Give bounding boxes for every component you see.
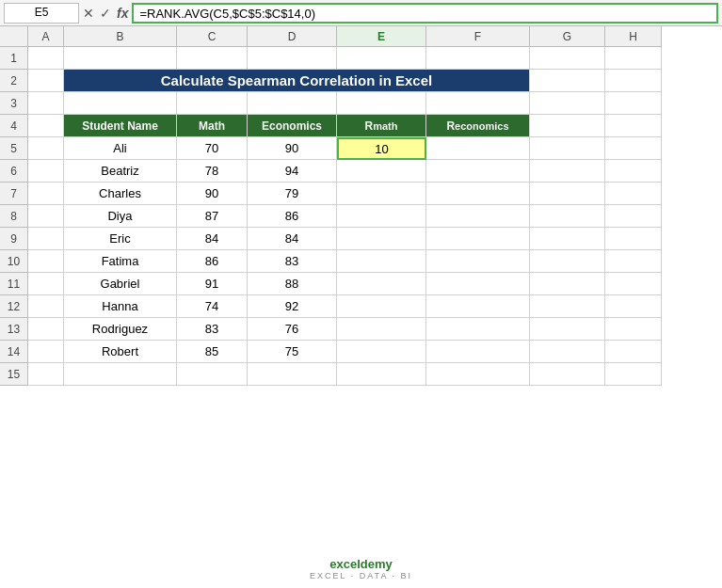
cell-a11[interactable]	[28, 273, 64, 295]
cell-d7[interactable]: 79	[248, 183, 337, 205]
cell-e13[interactable]	[337, 318, 426, 341]
cell-a13[interactable]	[28, 318, 64, 341]
cell-c11[interactable]: 91	[177, 273, 248, 295]
cell-f7[interactable]	[426, 183, 530, 205]
col-header-g[interactable]: G	[530, 26, 605, 47]
cell-h7[interactable]	[605, 183, 662, 205]
confirm-icon[interactable]: ✓	[100, 6, 111, 21]
cell-e7[interactable]	[337, 183, 426, 205]
cell-d13[interactable]: 76	[248, 318, 337, 341]
cell-g5[interactable]	[530, 137, 605, 160]
cell-g1[interactable]	[530, 47, 605, 70]
col-header-a[interactable]: A	[28, 26, 64, 47]
cell-b3[interactable]	[64, 92, 177, 115]
cell-e5[interactable]: 10	[337, 137, 426, 160]
cell-h6[interactable]	[605, 160, 662, 183]
cell-b7[interactable]: Charles	[64, 183, 177, 205]
cell-g3[interactable]	[530, 92, 605, 115]
cell-f5[interactable]	[426, 137, 530, 160]
cell-b15[interactable]	[64, 363, 177, 386]
cell-e8[interactable]	[337, 205, 426, 228]
cell-reference-box[interactable]: E5	[4, 3, 79, 24]
cell-h5[interactable]	[605, 137, 662, 160]
cell-d9[interactable]: 84	[248, 228, 337, 250]
cell-c6[interactable]: 78	[177, 160, 248, 183]
cell-d12[interactable]: 92	[248, 295, 337, 318]
cell-b13[interactable]: Rodriguez	[64, 318, 177, 341]
cell-e10[interactable]	[337, 250, 426, 273]
cell-c13[interactable]: 83	[177, 318, 248, 341]
cell-c5[interactable]: 70	[177, 137, 248, 160]
cell-d5[interactable]: 90	[248, 137, 337, 160]
cell-c9[interactable]: 84	[177, 228, 248, 250]
cell-a7[interactable]	[28, 183, 64, 205]
cell-h2[interactable]	[605, 70, 662, 92]
cell-h11[interactable]	[605, 273, 662, 295]
cell-a8[interactable]	[28, 205, 64, 228]
cell-h9[interactable]	[605, 228, 662, 250]
cancel-icon[interactable]: ✕	[83, 6, 94, 21]
cell-g4[interactable]	[530, 115, 605, 137]
cell-f3[interactable]	[426, 92, 530, 115]
cell-h1[interactable]	[605, 47, 662, 70]
cell-b9[interactable]: Eric	[64, 228, 177, 250]
cell-b8[interactable]: Diya	[64, 205, 177, 228]
cell-f10[interactable]	[426, 250, 530, 273]
cell-b6[interactable]: Beatriz	[64, 160, 177, 183]
cell-g8[interactable]	[530, 205, 605, 228]
title-cell[interactable]: Calculate Spearman Correlation in Excel	[64, 70, 530, 92]
col-header-e[interactable]: E	[337, 26, 426, 47]
col-header-d[interactable]: D	[248, 26, 337, 47]
cell-a15[interactable]	[28, 363, 64, 386]
formula-input[interactable]: =RANK.AVG(C5,$C$5:$C$14,0)	[132, 3, 718, 24]
cell-f6[interactable]	[426, 160, 530, 183]
cell-f14[interactable]	[426, 341, 530, 363]
cell-c12[interactable]: 74	[177, 295, 248, 318]
cell-g2[interactable]	[530, 70, 605, 92]
cell-e6[interactable]	[337, 160, 426, 183]
cell-e14[interactable]	[337, 341, 426, 363]
cell-e1[interactable]	[337, 47, 426, 70]
cell-a5[interactable]	[28, 137, 64, 160]
cell-f13[interactable]	[426, 318, 530, 341]
cell-g9[interactable]	[530, 228, 605, 250]
cell-a10[interactable]	[28, 250, 64, 273]
cell-g13[interactable]	[530, 318, 605, 341]
cell-f15[interactable]	[426, 363, 530, 386]
cell-f9[interactable]	[426, 228, 530, 250]
cell-d10[interactable]: 83	[248, 250, 337, 273]
cell-f8[interactable]	[426, 205, 530, 228]
header-student-name[interactable]: Student Name	[64, 115, 177, 137]
col-header-f[interactable]: F	[426, 26, 530, 47]
cell-e15[interactable]	[337, 363, 426, 386]
cell-c3[interactable]	[177, 92, 248, 115]
cell-e12[interactable]	[337, 295, 426, 318]
cell-a14[interactable]	[28, 341, 64, 363]
header-math[interactable]: Math	[177, 115, 248, 137]
cell-h13[interactable]	[605, 318, 662, 341]
col-header-h[interactable]: H	[605, 26, 662, 47]
cell-b1[interactable]	[64, 47, 177, 70]
cell-f12[interactable]	[426, 295, 530, 318]
cell-b14[interactable]: Robert	[64, 341, 177, 363]
cell-b11[interactable]: Gabriel	[64, 273, 177, 295]
cell-d8[interactable]: 86	[248, 205, 337, 228]
cell-g15[interactable]	[530, 363, 605, 386]
cell-g14[interactable]	[530, 341, 605, 363]
cell-e3[interactable]	[337, 92, 426, 115]
cell-b10[interactable]: Fatima	[64, 250, 177, 273]
col-header-b[interactable]: B	[64, 26, 177, 47]
header-rmath[interactable]: Rmath	[337, 115, 426, 137]
cell-h15[interactable]	[605, 363, 662, 386]
cell-a1[interactable]	[28, 47, 64, 70]
cell-d6[interactable]: 94	[248, 160, 337, 183]
cell-d14[interactable]: 75	[248, 341, 337, 363]
cell-d1[interactable]	[248, 47, 337, 70]
cell-a12[interactable]	[28, 295, 64, 318]
cell-a3[interactable]	[28, 92, 64, 115]
cell-c14[interactable]: 85	[177, 341, 248, 363]
cell-b12[interactable]: Hanna	[64, 295, 177, 318]
cell-c10[interactable]: 86	[177, 250, 248, 273]
cell-d15[interactable]	[248, 363, 337, 386]
cell-c1[interactable]	[177, 47, 248, 70]
